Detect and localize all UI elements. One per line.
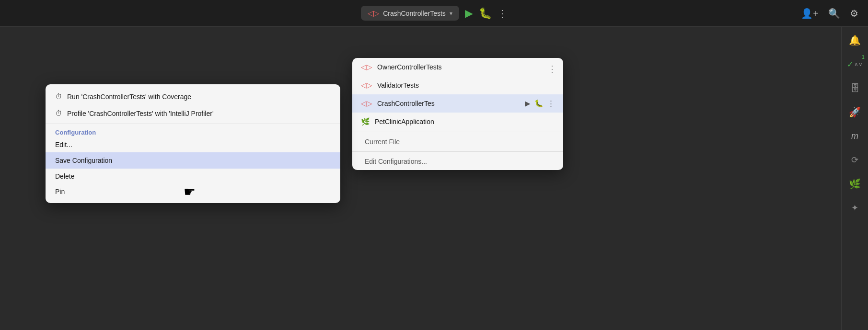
- crash-debug-button[interactable]: 🐛: [534, 99, 544, 108]
- context-menu: ⏱ Run 'CrashControllerTests' with Covera…: [46, 84, 340, 203]
- toolbar-right: 👤+ 🔍 ⚙: [801, 8, 858, 19]
- run-selector-crash[interactable]: ◁▷ CrashControllerTes ▶ 🐛 ⋮: [352, 94, 563, 113]
- selector-divider: [352, 132, 563, 132]
- run-petclinic-label: PetClinicApplication: [375, 118, 555, 125]
- edit-configs-label: Edit Configurations...: [361, 158, 555, 165]
- chevron-down-icon: ▾: [450, 10, 452, 17]
- selector-more-button[interactable]: ⋮: [548, 64, 556, 74]
- profile-label: Profile 'CrashControllerTests' with 'Int…: [67, 110, 214, 117]
- run-petclinic-icon: 🌿: [361, 117, 370, 126]
- run-selector-current-file[interactable]: Current File: [352, 133, 563, 150]
- add-user-icon[interactable]: 👤+: [801, 8, 819, 19]
- context-edit[interactable]: Edit...: [46, 137, 340, 152]
- check-badge-icon[interactable]: ✓1 ∧∨: [847, 57, 863, 72]
- rocket-icon[interactable]: 🚀: [847, 104, 863, 120]
- check-badge-count: 1: [862, 55, 865, 60]
- m-letter-icon[interactable]: m: [847, 128, 863, 144]
- search-icon[interactable]: 🔍: [828, 8, 840, 19]
- run-crash-label: CrashControllerTes: [377, 100, 520, 107]
- more-options-button[interactable]: ⋮: [498, 8, 507, 19]
- run-coverage-label: Run 'CrashControllerTests' with Coverage: [67, 93, 191, 101]
- crash-more-button[interactable]: ⋮: [547, 99, 555, 108]
- run-selector-petclinic[interactable]: 🌿 PetClinicApplication: [352, 113, 563, 131]
- debug-button[interactable]: 🐛: [479, 7, 492, 20]
- bell-icon[interactable]: 🔔: [847, 33, 863, 48]
- context-profile[interactable]: ⏱ Profile 'CrashControllerTests' with 'I…: [46, 105, 340, 122]
- crash-run-button[interactable]: ▶: [525, 99, 531, 108]
- settings-icon[interactable]: ⚙: [850, 8, 858, 19]
- run-owner-icon: ◁▷: [361, 63, 372, 71]
- selector-divider-2: [352, 151, 563, 152]
- run-config-label: CrashControllerTests: [383, 10, 446, 17]
- history-icon[interactable]: ⟳: [847, 152, 863, 168]
- run-config-button[interactable]: ◁▷ CrashControllerTests ▾: [361, 6, 459, 21]
- main-area: ⋮ ◁▷ OwnerControllerTests ◁▷ ValidatorTe…: [0, 27, 868, 330]
- context-section-label: Configuration: [46, 126, 340, 137]
- context-save-config[interactable]: Save Configuration: [46, 152, 340, 169]
- run-crash-icon: ◁▷: [361, 99, 372, 108]
- run-selector-dropdown: ⋮ ◁▷ OwnerControllerTests ◁▷ ValidatorTe…: [352, 58, 563, 170]
- toolbar: ◁▷ CrashControllerTests ▾ ▶ 🐛 ⋮ 👤+ 🔍 ⚙: [0, 0, 868, 27]
- leaf-icon[interactable]: 🌿: [847, 176, 863, 192]
- right-sidebar: 🔔 ✓1 ∧∨ 🗄 🚀 m ⟳ 🌿 ✦: [841, 27, 868, 330]
- crash-item-actions: ▶ 🐛 ⋮: [525, 99, 555, 108]
- run-validator-label: ValidatorTests: [377, 81, 555, 89]
- database-icon[interactable]: 🗄: [847, 80, 863, 96]
- run-owner-label: OwnerControllerTests: [377, 63, 555, 71]
- current-file-label: Current File: [361, 138, 555, 146]
- sparkle-icon[interactable]: ✦: [847, 200, 863, 216]
- run-validator-icon: ◁▷: [361, 81, 372, 90]
- coverage-icon: ⏱: [55, 92, 62, 101]
- run-selector-validator[interactable]: ◁▷ ValidatorTests: [352, 76, 563, 94]
- context-pin[interactable]: Pin: [46, 184, 340, 199]
- play-button[interactable]: ▶: [465, 7, 473, 20]
- context-divider-1: [46, 124, 340, 124]
- toolbar-center: ◁▷ CrashControllerTests ▾ ▶ 🐛 ⋮: [361, 6, 507, 21]
- context-run-coverage[interactable]: ⏱ Run 'CrashControllerTests' with Covera…: [46, 88, 340, 105]
- save-config-label: Save Configuration: [55, 157, 112, 164]
- run-selector-edit-configs[interactable]: Edit Configurations...: [352, 153, 563, 170]
- context-delete[interactable]: Delete: [46, 169, 340, 184]
- run-selector-owner[interactable]: ◁▷ OwnerControllerTests: [352, 58, 563, 76]
- profile-icon: ⏱: [55, 109, 62, 117]
- run-config-icon: ◁▷: [368, 9, 379, 18]
